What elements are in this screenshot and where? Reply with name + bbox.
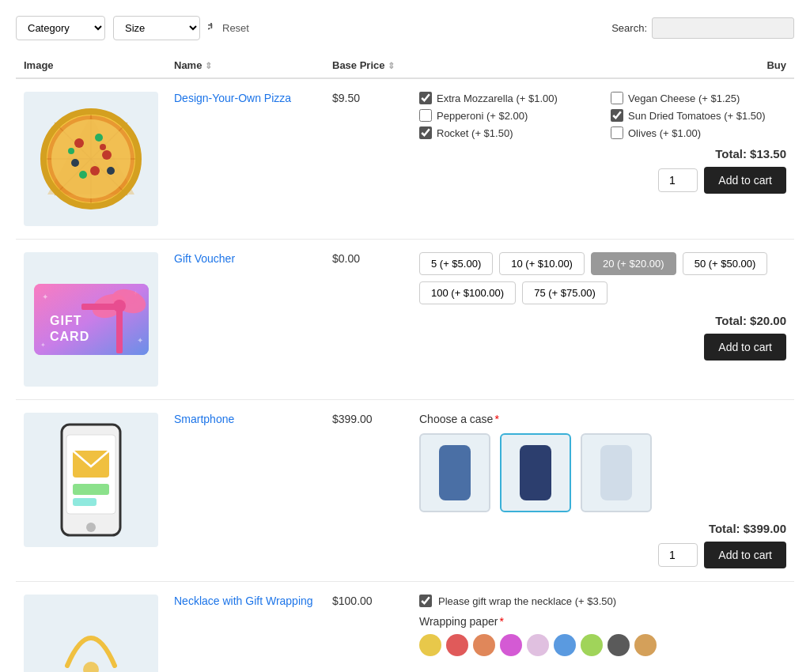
wrapping-swatch[interactable] (473, 634, 495, 656)
svg-point-9 (95, 134, 103, 142)
svg-text:✦: ✦ (42, 293, 48, 301)
addon-item: Rocket (+ $1.50) (419, 126, 595, 139)
case-svg (596, 441, 636, 504)
pizza-add-to-cart[interactable]: Add to cart (704, 167, 786, 194)
necklace-image-cell (16, 582, 166, 673)
buy-cell-pizza: Extra Mozzarella (+ $1.00)Vegan Cheese (… (411, 78, 794, 240)
voucher-option[interactable]: 10 (+ $10.00) (499, 252, 585, 275)
smartphone-name-cell: Smartphone (166, 400, 324, 582)
category-select[interactable]: Category (16, 16, 105, 40)
case-option[interactable] (419, 433, 490, 512)
wrapping-paper-label: Wrapping paper* (419, 615, 786, 628)
smartphone-total: Total: $399.00 (419, 522, 786, 535)
product-link-pizza[interactable]: Design-Your-Own Pizza (174, 92, 291, 104)
wrapping-swatch[interactable] (554, 634, 576, 656)
wrapping-swatch[interactable] (634, 634, 657, 656)
addon-checkbox[interactable] (611, 126, 623, 139)
voucher-option[interactable]: 5 (+ $5.00) (419, 252, 493, 275)
reset-button[interactable]: Reset (208, 22, 249, 34)
addon-checkbox[interactable] (419, 109, 432, 122)
voucher-option[interactable]: 100 (+ $100.00) (419, 281, 516, 304)
gift-voucher-total: Total: $20.00 (419, 314, 786, 327)
addon-label: Pepperoni (+ $2.00) (437, 110, 528, 122)
svg-point-16 (100, 144, 106, 150)
necklace-name-cell: Necklace with Gift Wrapping (166, 582, 324, 673)
smartphone-add-to-cart[interactable]: Add to cart (704, 542, 786, 568)
svg-point-12 (90, 166, 100, 176)
pizza-total: Total: $13.50 (419, 147, 786, 160)
product-link-gift-voucher[interactable]: Gift Voucher (174, 252, 235, 265)
gift-voucher-image-cell: ✦ ✦ ✦ ✦ (16, 240, 166, 400)
svg-point-7 (51, 119, 131, 198)
wrapping-swatch[interactable] (500, 634, 522, 656)
product-link-smartphone[interactable]: Smartphone (174, 413, 234, 425)
svg-text:CARD: CARD (50, 330, 89, 343)
product-name-cell: Design-Your-Own Pizza (166, 78, 324, 240)
col-name[interactable]: Name ⇕ (166, 53, 324, 78)
buy-cell-necklace: Please gift wrap the necklace (+ $3.50) … (411, 582, 794, 673)
pizza-image (40, 108, 142, 210)
wrapping-swatch[interactable] (419, 634, 441, 656)
addon-label: Rocket (+ $1.50) (437, 127, 513, 139)
svg-text:GIFT: GIFT (50, 314, 81, 327)
addon-checkbox[interactable] (419, 126, 432, 139)
product-price-cell: $9.50 (324, 78, 411, 240)
svg-rect-36 (439, 445, 471, 500)
addon-item: Olives (+ $1.00) (611, 126, 786, 139)
addon-item: Extra Mozzarella (+ $1.00) (419, 92, 595, 104)
gift-voucher-name-cell: Gift Voucher (166, 240, 324, 400)
table-row: Design-Your-Own Pizza $9.50 Extra Mozzar… (16, 78, 794, 240)
case-svg (516, 441, 555, 504)
wrapping-swatch[interactable] (446, 634, 468, 656)
smartphone-qty[interactable] (658, 543, 698, 567)
buy-cell-gift-voucher: 5 (+ $5.00)10 (+ $10.00)20 (+ $20.00)50 … (411, 240, 794, 400)
addon-checkbox[interactable] (419, 92, 432, 104)
wrapping-swatch[interactable] (527, 634, 549, 656)
product-link-necklace[interactable]: Necklace with Gift Wrapping (174, 595, 313, 607)
svg-rect-38 (600, 445, 632, 500)
size-select[interactable]: Size (113, 16, 200, 40)
svg-rect-35 (73, 498, 97, 506)
reset-label: Reset (222, 22, 249, 34)
case-svg (435, 441, 475, 504)
wrapping-swatch[interactable] (581, 634, 603, 656)
svg-point-32 (86, 523, 96, 532)
table-row: ✦ ✦ ✦ ✦ (16, 240, 794, 400)
necklace-price-cell: $100.00 (324, 582, 411, 673)
addon-checkbox[interactable] (611, 109, 623, 122)
case-label: Choose a case* (419, 413, 786, 425)
gift-wrap-row: Please gift wrap the necklace (+ $3.50) (419, 595, 786, 607)
voucher-option[interactable]: 50 (+ $50.00) (683, 252, 768, 275)
case-option[interactable] (500, 433, 571, 512)
voucher-option[interactable]: 75 (+ $75.00) (522, 281, 608, 304)
table-row: Necklace with Gift Wrapping $100.00 Plea… (16, 582, 794, 673)
case-option[interactable] (581, 433, 652, 512)
svg-text:✦: ✦ (137, 336, 143, 345)
addon-item: Pepperoni (+ $2.00) (419, 109, 595, 122)
addon-checkbox[interactable] (611, 92, 623, 104)
search-label: Search: (611, 22, 647, 34)
addon-label: Olives (+ $1.00) (628, 127, 701, 139)
search-input[interactable] (652, 17, 794, 39)
necklace-image (51, 602, 131, 672)
svg-point-8 (74, 138, 84, 148)
svg-point-15 (68, 148, 74, 154)
table-row: Smartphone $399.00 Choose a case* Total:… (16, 400, 794, 582)
smartphone-image (55, 421, 127, 539)
buy-cell-smartphone: Choose a case* Total: $399.00 Add to car… (411, 400, 794, 582)
voucher-option[interactable]: 20 (+ $20.00) (591, 252, 676, 275)
gift-voucher-add-to-cart[interactable]: Add to cart (704, 334, 786, 361)
addon-label: Sun Dried Tomatoes (+ $1.50) (628, 110, 766, 122)
gift-wrap-label: Please gift wrap the necklace (+ $3.50) (438, 595, 616, 607)
svg-point-14 (107, 167, 115, 175)
addon-label: Vegan Cheese (+ $1.25) (628, 92, 740, 104)
pizza-qty[interactable] (658, 168, 698, 192)
gift-voucher-price-cell: $0.00 (324, 240, 411, 400)
product-image-cell (16, 78, 166, 240)
col-price[interactable]: Base Price ⇕ (324, 53, 411, 78)
smartphone-image-cell (16, 400, 166, 582)
gift-wrap-checkbox[interactable] (419, 595, 432, 607)
svg-rect-34 (73, 484, 109, 495)
gift-card-graphic: ✦ ✦ ✦ ✦ (34, 284, 149, 355)
wrapping-swatch[interactable] (608, 634, 630, 656)
